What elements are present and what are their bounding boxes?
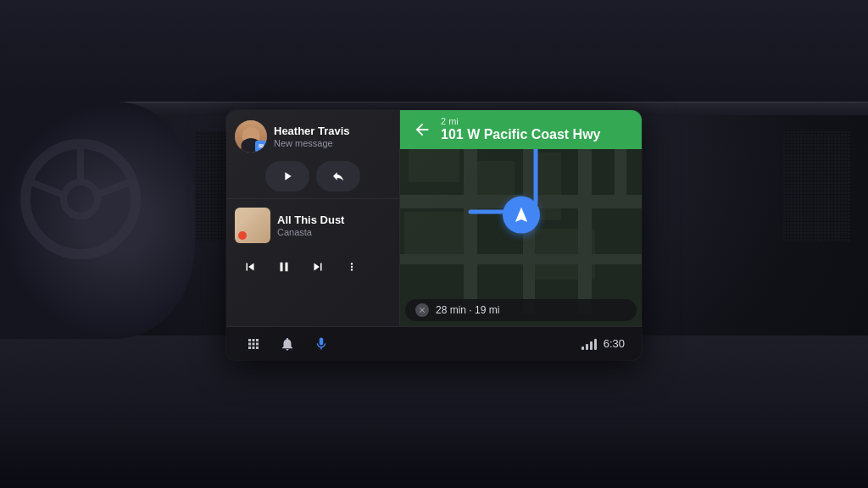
skip-next-icon: [310, 259, 326, 274]
signal-bar-4: [594, 339, 597, 350]
status-bar-right: 6:30: [581, 337, 625, 350]
apps-button[interactable]: [243, 334, 264, 354]
turn-direction-icon: [410, 118, 434, 141]
nav-distance: 2 mi: [441, 117, 601, 126]
contact-name: Heather Travis: [274, 125, 391, 138]
signal-bar-3: [590, 341, 593, 350]
track-info: All This Dust Canasta: [277, 214, 391, 238]
music-card: All This Dust Canasta: [226, 199, 399, 326]
dashboard-top: [0, 0, 868, 110]
navigation-arrow-icon: [512, 205, 531, 224]
turn-left-icon: [413, 120, 431, 139]
message-card: ✉ Heather Travis New message: [226, 110, 399, 199]
nav-text: 2 mi 101 W Pacific Coast Hwy: [441, 117, 601, 142]
left-panel: ✉ Heather Travis New message: [226, 110, 400, 326]
nav-street: 101 W Pacific Coast Hwy: [441, 126, 601, 142]
svg-point-13: [64, 182, 97, 216]
contact-row: ✉ Heather Travis New message: [235, 120, 391, 152]
album-art: [235, 208, 270, 243]
notifications-button[interactable]: [277, 334, 298, 354]
car-bottom-panel: [0, 420, 868, 488]
music-controls: [235, 252, 391, 282]
skip-previous-icon: [242, 259, 258, 274]
screen-content: ✉ Heather Travis New message: [226, 110, 642, 326]
bokeh-lights: [0, 0, 254, 110]
status-bar: 6:30: [226, 326, 642, 360]
mic-icon: [314, 336, 329, 352]
avatar: ✉: [235, 120, 267, 152]
svg-line-15: [29, 181, 64, 195]
music-info-row: All This Dust Canasta: [235, 208, 391, 243]
play-icon: [281, 169, 294, 183]
play-message-button[interactable]: [265, 161, 309, 191]
reply-icon: [331, 169, 345, 183]
navigation-position-marker: [503, 196, 540, 233]
signal-bar-1: [581, 347, 584, 350]
steering-wheel-area: [0, 102, 195, 339]
more-vert-icon: [346, 261, 358, 273]
message-subtitle: New message: [274, 138, 391, 148]
svg-line-16: [97, 181, 131, 195]
message-actions: [235, 161, 391, 191]
signal-bar-2: [586, 344, 588, 350]
microphone-button[interactable]: [311, 334, 331, 354]
contact-info: Heather Travis New message: [274, 125, 391, 149]
pause-icon: [276, 259, 292, 274]
android-auto-screen: ✉ Heather Travis New message: [226, 110, 642, 360]
svg-rect-24: [400, 254, 642, 264]
signal-strength: [581, 338, 597, 350]
apps-icon: [246, 336, 261, 352]
nav-eta: 28 min · 19 mi: [436, 304, 499, 316]
pause-button[interactable]: [269, 252, 299, 282]
message-badge: ✉: [255, 141, 267, 152]
track-artist: Canasta: [277, 227, 391, 237]
status-bar-left: [243, 334, 331, 354]
close-icon: [418, 306, 426, 314]
steering-wheel-icon: [17, 136, 144, 263]
album-art-logo: [238, 231, 247, 240]
close-nav-button[interactable]: [415, 303, 429, 317]
svg-rect-21: [404, 212, 464, 254]
car-background: ✉ Heather Travis New message: [0, 0, 868, 488]
navigation-header: 2 mi 101 W Pacific Coast Hwy: [400, 110, 642, 149]
next-track-button[interactable]: [303, 252, 333, 282]
map-panel: 2 mi 101 W Pacific Coast Hwy 28 min · 19…: [400, 110, 642, 326]
track-name: All This Dust: [277, 214, 391, 227]
svg-rect-18: [409, 144, 459, 182]
bell-icon: [280, 336, 295, 352]
more-options-button[interactable]: [337, 252, 367, 282]
prev-track-button[interactable]: [235, 252, 265, 282]
navigation-footer: 28 min · 19 mi: [405, 299, 637, 321]
speaker-grille-right: [783, 131, 851, 241]
reply-message-button[interactable]: [316, 161, 360, 191]
clock: 6:30: [604, 337, 625, 350]
